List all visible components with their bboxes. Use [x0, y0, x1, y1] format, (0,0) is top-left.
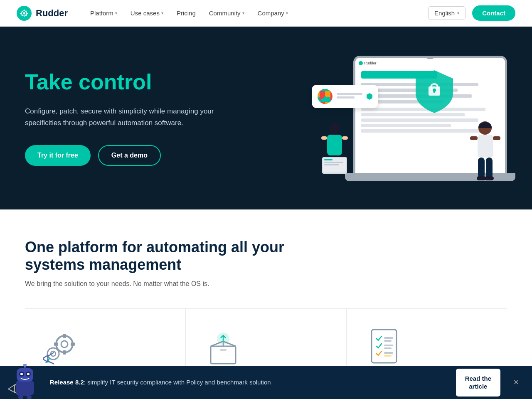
banner-message-text: : simplify IT security compliance with P…: [84, 379, 271, 386]
svg-rect-8: [321, 136, 327, 140]
nav-links: Platform ▾ Use cases ▾ Pricing Community…: [84, 6, 294, 20]
section-description: We bring the solution to your needs. No …: [25, 280, 507, 288]
bottom-banner: Release 8.2: simplify IT security compli…: [0, 366, 532, 399]
svg-rect-29: [54, 342, 58, 346]
svg-rect-21: [478, 158, 485, 178]
banner-close-button[interactable]: ×: [509, 375, 524, 390]
chat-bubble: [312, 85, 378, 108]
svg-rect-52: [27, 396, 32, 399]
checklist-icon: [363, 325, 405, 367]
language-label: English: [434, 10, 455, 17]
hero-content: Take control Configure, patch, secure wi…: [25, 70, 216, 166]
svg-point-0: [23, 12, 25, 15]
svg-rect-35: [220, 349, 227, 351]
nav-item-pricing[interactable]: Pricing: [171, 6, 202, 20]
svg-rect-27: [63, 334, 66, 338]
logo-icon: [17, 6, 32, 21]
cta-line1: Read the: [465, 375, 491, 382]
svg-point-48: [27, 373, 30, 375]
svg-rect-23: [477, 176, 486, 180]
chevron-down-icon: ▾: [161, 11, 163, 15]
svg-point-6: [329, 123, 340, 135]
nav-item-company[interactable]: Company ▾: [252, 6, 294, 20]
person-right: [468, 121, 503, 191]
person-left: [318, 121, 351, 185]
language-selector[interactable]: English ▾: [428, 6, 466, 20]
nav-item-community[interactable]: Community ▾: [203, 6, 250, 20]
svg-rect-51: [18, 396, 23, 399]
small-shield-icon: [367, 93, 372, 100]
svg-rect-42: [384, 355, 392, 357]
rudder-icon: [20, 9, 29, 18]
svg-rect-15: [324, 162, 343, 163]
rudder-label: Rudder: [359, 61, 377, 65]
close-icon: ×: [514, 377, 519, 388]
chat-lines: [337, 93, 362, 100]
logo-text: Rudder: [36, 8, 68, 19]
hero-title: Take control: [25, 70, 216, 94]
navbar: Rudder Platform ▾ Use cases ▾ Pricing Co…: [0, 0, 532, 27]
nav-item-usecases[interactable]: Use cases ▾: [125, 6, 169, 20]
svg-rect-43: [16, 380, 34, 396]
svg-rect-20: [493, 136, 500, 140]
svg-rect-36: [372, 330, 397, 363]
nav-item-platform[interactable]: Platform ▾: [84, 6, 123, 20]
package-icon: [202, 325, 244, 367]
hero-illustration: Rudder: [266, 27, 532, 209]
donut-chart-icon: [318, 89, 332, 104]
svg-rect-38: [384, 340, 392, 342]
svg-rect-5: [433, 90, 435, 93]
cta-line2: article: [469, 383, 487, 390]
gear-icon: [42, 325, 83, 367]
robot-mascot: [8, 364, 42, 397]
shield-icon: [414, 68, 455, 116]
svg-rect-37: [384, 337, 393, 339]
hero-buttons: Try it for free Get a demo: [25, 145, 216, 166]
illustration-container: Rudder: [278, 39, 520, 197]
svg-rect-41: [384, 352, 393, 354]
svg-rect-9: [342, 136, 348, 140]
chevron-down-icon: ▾: [457, 11, 459, 15]
logo[interactable]: Rudder: [17, 6, 68, 21]
svg-rect-40: [384, 347, 392, 349]
svg-point-26: [61, 341, 68, 347]
contact-button[interactable]: Contact: [472, 5, 515, 21]
read-article-button[interactable]: Read the article: [456, 369, 500, 397]
try-free-button[interactable]: Try it for free: [25, 145, 91, 166]
svg-rect-24: [485, 176, 494, 180]
svg-point-50: [23, 364, 27, 367]
svg-rect-14: [324, 159, 332, 160]
chevron-down-icon: ▾: [115, 11, 117, 15]
banner-message: Release 8.2: simplify IT security compli…: [50, 378, 448, 387]
svg-rect-22: [486, 158, 493, 178]
svg-point-31: [47, 348, 59, 360]
chevron-down-icon: ▾: [242, 11, 244, 15]
svg-rect-28: [63, 350, 66, 355]
svg-rect-30: [71, 342, 75, 346]
get-demo-button[interactable]: Get a demo: [98, 145, 161, 166]
hero-section: Take control Configure, patch, secure wi…: [0, 27, 532, 209]
svg-rect-19: [470, 136, 478, 140]
svg-point-25: [56, 336, 73, 352]
svg-point-47: [20, 373, 23, 375]
hero-description: Configure, patch, secure with simplicity…: [25, 106, 216, 128]
svg-rect-39: [384, 345, 393, 346]
chevron-down-icon: ▾: [286, 11, 288, 15]
release-label: Release 8.2: [50, 379, 84, 386]
svg-rect-16: [324, 164, 339, 165]
svg-rect-7: [327, 135, 342, 155]
section-title: One platform for automating all your sys…: [25, 239, 316, 273]
svg-rect-18: [478, 135, 493, 158]
